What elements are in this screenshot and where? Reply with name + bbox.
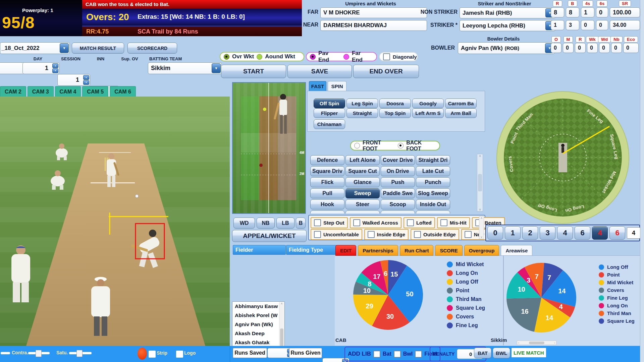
shot-type-button[interactable]: Cover Drive bbox=[381, 155, 415, 165]
back-foot-radio[interactable] bbox=[398, 143, 404, 148]
shot-type-button[interactable]: Hook bbox=[310, 199, 344, 209]
shot-type-button[interactable]: Glance bbox=[345, 177, 380, 187]
ovr-wkt-radio[interactable] bbox=[224, 54, 229, 60]
flag-checkbox[interactable] bbox=[368, 231, 375, 238]
extras-button-lb[interactable]: LB bbox=[276, 218, 294, 229]
bowling-type-button[interactable]: Doosra bbox=[379, 99, 411, 108]
bowling-type-button[interactable]: Top Spin bbox=[379, 108, 411, 118]
bowling-type-button[interactable]: Flipper bbox=[314, 108, 345, 118]
list-item[interactable]: Akash Ghatak bbox=[232, 338, 284, 347]
appeal-wicket-button[interactable]: APPEAL/WICKET bbox=[232, 230, 307, 242]
extras-button-wd[interactable]: WD bbox=[233, 218, 255, 229]
logo-checkbox[interactable] bbox=[176, 351, 183, 358]
session-stepper[interactable]: 1 ▲▼ bbox=[57, 74, 90, 86]
bat-checkbox[interactable] bbox=[373, 351, 380, 358]
run-button[interactable]: 0 bbox=[487, 226, 503, 240]
bowling-type-button[interactable]: Googly bbox=[412, 99, 444, 108]
aound-wkt-radio[interactable] bbox=[257, 54, 262, 60]
flag-checkbox[interactable] bbox=[353, 219, 360, 226]
shot-type-button[interactable]: Scoop bbox=[381, 199, 415, 209]
flag-checkbox[interactable] bbox=[465, 231, 472, 238]
shot-type-button[interactable]: Straight Dri bbox=[416, 155, 450, 165]
shot-type-button[interactable]: Sweep bbox=[345, 188, 380, 198]
run-button[interactable]: 2 bbox=[522, 226, 538, 240]
diagonaly-checkbox[interactable] bbox=[383, 53, 390, 60]
run-button[interactable]: 1 bbox=[505, 226, 521, 240]
near-umpire-field[interactable]: DARMESH BHARDWAJ bbox=[320, 20, 427, 31]
down-arrow-icon[interactable]: ▼ bbox=[83, 80, 89, 85]
cam-tab[interactable]: CAM 3 bbox=[28, 86, 54, 97]
slider-track[interactable] bbox=[1, 352, 10, 354]
runs-saved-box[interactable]: Runs Saved bbox=[233, 348, 267, 358]
start-button[interactable]: START bbox=[221, 65, 286, 78]
shot-type-button[interactable]: Late Cut bbox=[416, 166, 450, 176]
run-button[interactable]: 4 bbox=[557, 226, 573, 240]
pav-end-radio[interactable] bbox=[310, 54, 316, 60]
scorecard-button[interactable]: SCORECARD bbox=[127, 43, 177, 54]
shot-scrollbar[interactable]: ∧ ∨ bbox=[477, 154, 483, 212]
far-umpire-field[interactable]: V M DHOKRE bbox=[320, 7, 427, 18]
analysis-tab-run-chart[interactable]: Run Chart bbox=[400, 245, 434, 256]
bowler-dropdown[interactable]: Agniv Pan (Wk) (ROB) ▼ bbox=[458, 42, 555, 54]
shot-type-button[interactable]: Square Driv bbox=[310, 166, 344, 176]
flag-checkbox[interactable] bbox=[407, 219, 414, 226]
analysis-tab-partnerships[interactable]: Partnerships bbox=[358, 245, 398, 256]
up-arrow-icon[interactable]: ∧ bbox=[481, 217, 483, 220]
shot-type-button[interactable] bbox=[381, 210, 415, 214]
bowling-type-button[interactable]: Straight bbox=[346, 108, 378, 118]
shot-type-button[interactable] bbox=[345, 210, 380, 214]
down-arrow-icon[interactable]: ▼ bbox=[52, 68, 58, 73]
down-arrow-icon[interactable]: ∨ bbox=[481, 236, 483, 239]
run-button-boundary-four[interactable]: 4 bbox=[592, 226, 608, 240]
analysis-tab-edit[interactable]: EDIT bbox=[335, 245, 356, 256]
strip-checkbox[interactable] bbox=[149, 351, 156, 358]
runs-manual-input[interactable]: 4 bbox=[627, 227, 640, 239]
bowling-type-button[interactable]: Carrom Ba bbox=[445, 99, 477, 108]
shot-type-button[interactable]: Push bbox=[381, 177, 415, 187]
shot-type-button[interactable]: Defence bbox=[310, 155, 344, 165]
fielder-list-header[interactable]: Fielder bbox=[233, 245, 286, 255]
flag-checkbox[interactable] bbox=[314, 231, 321, 238]
flag-checkbox[interactable] bbox=[314, 219, 321, 226]
saturation-slider-thumb[interactable] bbox=[76, 350, 83, 357]
shot-type-button[interactable]: Punch bbox=[416, 177, 450, 187]
day-stepper[interactable]: 1 ▲▼ bbox=[22, 62, 59, 74]
bwl-button[interactable]: BWL bbox=[493, 348, 510, 358]
shot-type-button[interactable]: Paddle Swe bbox=[381, 188, 415, 198]
analysis-tab-areawise[interactable]: Areawise bbox=[501, 245, 532, 256]
list-item[interactable]: Akash Deep bbox=[232, 329, 284, 338]
chevron-down-icon[interactable]: ▼ bbox=[212, 63, 221, 73]
extras-button-b[interactable]: B bbox=[296, 218, 306, 229]
contrast-slider-thumb[interactable] bbox=[36, 350, 42, 357]
list-item[interactable]: Abishek Porel (W bbox=[232, 311, 284, 320]
cam-tab[interactable]: CAM 4 bbox=[55, 86, 81, 97]
shot-type-button[interactable] bbox=[310, 210, 344, 214]
batting-team-dropdown[interactable]: Sikkim ▼ bbox=[148, 62, 222, 74]
runs-given-box[interactable]: Runs Given bbox=[289, 348, 322, 358]
down-arrow-icon[interactable]: ∨ bbox=[479, 208, 481, 211]
bwl-checkbox[interactable] bbox=[394, 351, 401, 358]
mini-scrollbar[interactable]: ‹› bbox=[517, 341, 556, 345]
front-foot-radio[interactable] bbox=[354, 143, 360, 148]
fielding-type-header[interactable]: Fielding Type bbox=[286, 245, 337, 255]
shot-type-button[interactable]: Slog Sweep bbox=[416, 188, 450, 198]
extras-button-nb[interactable]: NB bbox=[257, 218, 275, 229]
shot-type-button[interactable]: Square Cut bbox=[345, 166, 380, 176]
far-end-radio[interactable] bbox=[343, 54, 349, 60]
left-edge-field[interactable] bbox=[0, 62, 24, 74]
list-item[interactable]: Abhimanyu Easw bbox=[232, 302, 284, 311]
up-arrow-icon[interactable]: ▲ bbox=[52, 63, 58, 68]
shot-type-button[interactable]: On Drive bbox=[381, 166, 415, 176]
bowling-type-button[interactable]: Left Arm S bbox=[412, 108, 444, 118]
shot-type-button[interactable]: Left Alone bbox=[345, 155, 380, 165]
fast-tab[interactable]: FAST bbox=[309, 81, 326, 91]
shot-type-button[interactable]: Steer bbox=[345, 199, 380, 209]
cam-tab[interactable]: CAM 5 bbox=[82, 86, 108, 97]
shot-type-button[interactable]: Pull bbox=[310, 188, 344, 198]
flag-checkbox[interactable] bbox=[440, 219, 447, 226]
save-button[interactable]: SAVE bbox=[287, 65, 352, 78]
end-over-button[interactable]: END OVER bbox=[353, 65, 419, 78]
run-button[interactable]: 6 bbox=[575, 226, 590, 240]
bat-button[interactable]: BAT bbox=[474, 348, 491, 358]
wagon-wheel[interactable]: Third ManPointCoversLong OffLong OnMid W… bbox=[494, 86, 632, 229]
